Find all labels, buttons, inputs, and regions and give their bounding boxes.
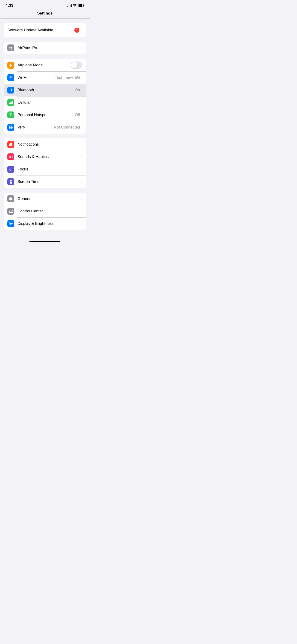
notifications-row[interactable]: Notifications › — [4, 138, 86, 151]
svg-rect-10 — [12, 101, 13, 104]
chevron-icon: › — [81, 142, 82, 146]
airpods-section: AirPods Pro › — [4, 42, 86, 54]
hourglass-svg — [8, 180, 13, 184]
chevron-icon: › — [81, 209, 82, 213]
hotspot-svg — [8, 113, 13, 117]
svg-rect-2 — [78, 4, 82, 7]
vpn-svg — [8, 125, 13, 130]
bluetooth-svg — [8, 88, 13, 92]
svg-rect-1 — [84, 5, 84, 6]
control-center-label: Control Center — [18, 209, 81, 214]
status-time: 4:33 — [6, 3, 13, 8]
airplane-svg — [8, 63, 13, 68]
connectivity-section: Airplane Mode Wi-Fi Nighthawk 5G › — [4, 59, 86, 134]
hotspot-label: Personal Hotspot — [18, 113, 75, 117]
gear-svg — [8, 196, 13, 201]
airpods-icon — [7, 44, 14, 51]
control-center-row[interactable]: Control Center › — [4, 205, 86, 218]
chevron-icon: › — [81, 28, 82, 32]
svg-line-32 — [12, 225, 12, 225]
battery-icon — [78, 4, 84, 7]
focus-label: Focus — [18, 167, 81, 172]
sounds-haptics-row[interactable]: Sounds & Haptics › — [4, 151, 86, 163]
settings-content: Software Update Available 1 › AirPods Pr… — [0, 19, 90, 239]
svg-point-4 — [11, 47, 12, 48]
hotspot-value: Off — [75, 113, 80, 117]
svg-line-31 — [10, 222, 10, 222]
svg-marker-18 — [10, 155, 11, 158]
display-icon — [7, 220, 14, 227]
wifi-value: Nighthawk 5G — [56, 75, 80, 80]
screen-time-row[interactable]: Screen Time › — [4, 176, 86, 188]
svg-rect-22 — [10, 211, 13, 212]
wifi-status-icon — [73, 4, 77, 7]
svg-rect-24 — [9, 212, 12, 212]
svg-rect-20 — [9, 210, 12, 210]
chevron-icon: › — [81, 101, 82, 104]
svg-point-25 — [12, 212, 13, 213]
screen-time-icon — [7, 178, 14, 185]
svg-point-21 — [12, 210, 13, 211]
home-indicator — [0, 239, 90, 244]
notifications-icon — [7, 141, 14, 148]
bell-svg — [8, 142, 13, 147]
cellular-svg — [8, 100, 13, 105]
general-row[interactable]: General › — [4, 192, 86, 205]
svg-line-34 — [10, 225, 10, 225]
software-update-row[interactable]: Software Update Available 1 › — [4, 23, 86, 37]
display-brightness-label: Display & Brightness — [18, 221, 81, 226]
update-badge: 1 — [74, 28, 80, 33]
hotspot-icon — [7, 112, 14, 118]
svg-rect-9 — [11, 102, 12, 104]
vpn-row[interactable]: VPN Not Connected › — [4, 121, 86, 134]
software-update-label: Software Update Available — [7, 28, 74, 32]
general-icon — [7, 195, 14, 202]
bluetooth-icon — [7, 86, 14, 94]
wifi-row[interactable]: Wi-Fi Nighthawk 5G › — [4, 72, 86, 84]
toggle-knob — [71, 62, 77, 68]
cellular-row[interactable]: Cellular › — [4, 96, 86, 109]
notifications-section: Notifications › Sounds & Haptics › Focus — [4, 138, 86, 188]
chevron-icon: › — [81, 168, 82, 171]
svg-point-23 — [9, 211, 10, 212]
svg-point-26 — [10, 223, 12, 224]
airplane-label: Airplane Mode — [18, 63, 71, 68]
vpn-icon — [7, 124, 14, 131]
chevron-icon: › — [81, 197, 82, 200]
control-center-icon — [7, 208, 14, 215]
airpods-row[interactable]: AirPods Pro › — [4, 42, 86, 54]
wifi-icon — [7, 74, 14, 81]
chevron-icon: › — [81, 113, 82, 117]
cellular-label: Cellular — [18, 100, 81, 105]
notifications-label: Notifications — [18, 142, 81, 147]
chevron-icon: › — [81, 126, 82, 129]
system-section: General › Control Center › — [4, 192, 86, 230]
chevron-icon: › — [81, 180, 82, 184]
wifi-label: Wi-Fi — [18, 75, 56, 80]
display-brightness-row[interactable]: Display & Brightness › — [4, 218, 86, 230]
airplane-icon — [7, 62, 14, 69]
update-section: Software Update Available 1 › — [4, 23, 86, 37]
svg-rect-6 — [12, 48, 12, 50]
svg-rect-8 — [10, 102, 11, 104]
chevron-icon: › — [81, 222, 82, 226]
airplane-toggle[interactable] — [71, 62, 82, 69]
sound-svg — [8, 154, 13, 159]
bluetooth-row[interactable]: Bluetooth On › — [4, 84, 86, 96]
airplane-mode-row[interactable]: Airplane Mode — [4, 59, 86, 72]
sounds-label: Sounds & Haptics — [18, 154, 81, 159]
vpn-label: VPN — [18, 125, 54, 130]
status-icons — [68, 4, 84, 7]
focus-icon — [7, 166, 14, 173]
signal-icon — [68, 4, 72, 7]
wifi-svg — [8, 75, 13, 80]
personal-hotspot-row[interactable]: Personal Hotspot Off › — [4, 109, 86, 121]
svg-rect-7 — [9, 103, 10, 104]
chevron-icon: › — [81, 46, 82, 50]
focus-row[interactable]: Focus › — [4, 163, 86, 176]
status-bar: 4:33 — [0, 0, 90, 9]
svg-point-3 — [10, 47, 10, 48]
chevron-icon: › — [81, 155, 82, 159]
cellular-icon — [7, 99, 14, 106]
airpods-label: AirPods Pro — [18, 46, 81, 50]
